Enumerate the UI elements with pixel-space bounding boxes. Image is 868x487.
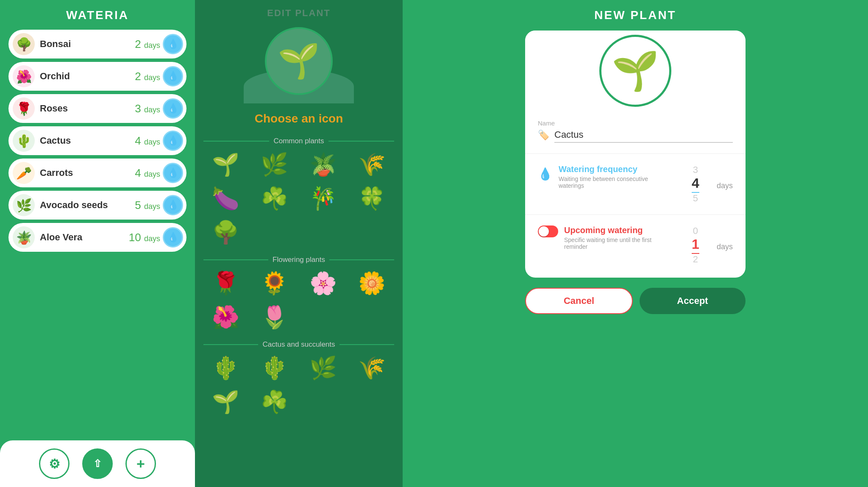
cactus-icon-2[interactable]: 🌵: [252, 353, 297, 383]
name-section: Name 🏷️: [525, 115, 746, 147]
new-plant-icon[interactable]: 🌱: [599, 35, 671, 107]
action-buttons: Cancel Accept: [525, 288, 746, 314]
plant-icon-9[interactable]: 🌳: [203, 217, 248, 247]
water-button-orchid[interactable]: 💧: [163, 66, 183, 86]
water-button-cactus[interactable]: 💧: [163, 131, 183, 151]
new-plant-title: NEW PLANT: [594, 8, 676, 22]
plant-days-carrots: 4 days: [135, 167, 160, 180]
water-button-aloe[interactable]: 💧: [163, 227, 183, 248]
toggle-knob: [539, 226, 549, 237]
divider-2: [525, 214, 746, 215]
plant-icon-avocado: 🌿: [13, 194, 35, 216]
plant-icon-6[interactable]: ☘️: [252, 184, 297, 213]
plant-icon-5[interactable]: 🍆: [203, 184, 248, 213]
plant-days-bonsai: 2 days: [135, 38, 160, 51]
divider-1: [525, 153, 746, 154]
plant-days-cactus: 4 days: [135, 134, 160, 147]
cactus-icon-5[interactable]: 🌱: [203, 387, 248, 417]
flower-icon-5[interactable]: 🌺: [203, 302, 248, 332]
plant-name-roses: Roses: [40, 103, 135, 114]
name-input[interactable]: [554, 128, 733, 143]
watering-frequency-section: 💧 Watering frequency Waiting time betwee…: [525, 160, 746, 208]
flower-icon-1[interactable]: 🌹: [203, 268, 248, 298]
water-button-avocado[interactable]: 💧: [163, 195, 183, 215]
upcoming-title: Upcoming watering: [564, 225, 673, 235]
plant-icon-3[interactable]: 🪴: [301, 150, 345, 179]
plant-days-aloe: 10 days: [129, 231, 160, 244]
water-button-roses[interactable]: 💧: [163, 98, 183, 119]
upcoming-text: Upcoming watering Specific waiting time …: [564, 225, 673, 250]
upcoming-picker-row: 0 1 2 days: [679, 225, 733, 265]
edit-plant-icon: 🌱: [265, 27, 333, 95]
plant-preview-area: 🌱: [195, 23, 403, 108]
flower-icon-4[interactable]: 🌼: [350, 268, 394, 298]
cactus-icon-6[interactable]: ☘️: [252, 387, 297, 417]
cactus-plants-label: Cactus and succulents: [262, 340, 335, 349]
name-label: Name: [538, 120, 733, 127]
plant-days-avocado: 5 days: [135, 199, 160, 212]
water-drop-icon: 💧: [538, 167, 553, 181]
flower-icon-3[interactable]: 🌸: [301, 268, 345, 298]
flower-icon-2[interactable]: 🌻: [252, 268, 297, 298]
cactus-icon-3[interactable]: 🌿: [301, 353, 345, 383]
flowering-plants-grid: 🌹 🌻 🌸 🌼 🌺 🌷: [203, 268, 394, 332]
upcoming-below: 2: [693, 254, 698, 265]
freq-picker-row: 3 4 5 days: [679, 164, 733, 204]
freq-below: 5: [693, 193, 698, 204]
plant-icon-aloe: 🪴: [13, 226, 35, 248]
plant-item-carrots: 🥕 Carrots 4 days 💧: [8, 159, 186, 187]
water-button-carrots[interactable]: 💧: [163, 163, 183, 183]
upcoming-picker: 0 1 2: [679, 225, 712, 265]
upcoming-above: 0: [693, 225, 698, 237]
accept-button[interactable]: Accept: [640, 288, 746, 314]
wateria-title: WATERIA: [66, 8, 129, 22]
scroll-up-button[interactable]: ⇧: [82, 448, 113, 479]
plant-icon-7[interactable]: 🎋: [301, 184, 345, 213]
water-button-bonsai[interactable]: 💧: [163, 34, 183, 54]
plant-name-aloe: Aloe Vera: [40, 232, 129, 243]
watering-freq-picker: 3 4 5: [679, 164, 712, 204]
plant-item-bonsai: 🌳 Bonsai 2 days 💧: [8, 30, 186, 58]
settings-button[interactable]: ⚙: [39, 448, 70, 479]
cactus-icon-1[interactable]: 🌵: [203, 353, 248, 383]
plant-days-orchid: 2 days: [135, 70, 160, 83]
plant-icon-orchid: 🌺: [13, 65, 35, 87]
plant-item-roses: 🌹 Roses 3 days 💧: [8, 94, 186, 123]
freq-above: 3: [693, 164, 698, 175]
plant-item-avocado: 🌿 Avocado seeds 5 days 💧: [8, 191, 186, 220]
choose-icon-title: Choose an icon: [255, 112, 343, 125]
upcoming-days-unit: days: [717, 242, 733, 251]
cactus-icon-4[interactable]: 🌾: [350, 353, 394, 383]
plant-icon-roses: 🌹: [13, 97, 35, 120]
upcoming-current[interactable]: 1: [692, 237, 699, 254]
freq-text: Watering frequency Waiting time between …: [559, 164, 673, 189]
common-plants-label: Common plants: [273, 137, 324, 145]
upcoming-toggle[interactable]: [538, 225, 558, 237]
plant-name-cactus: Cactus: [40, 135, 135, 146]
plant-icon-cactus: 🌵: [13, 130, 35, 152]
plant-list: 🌳 Bonsai 2 days 💧 🌺 Orchid 2 days 💧 🌹 Ro…: [8, 30, 186, 252]
cancel-button[interactable]: Cancel: [525, 288, 633, 314]
plant-icon-carrots: 🥕: [13, 162, 35, 184]
new-plant-card: 🌱 Name 🏷️ 💧 Watering frequency Waiting t…: [525, 31, 746, 278]
edit-plant-panel: EDIT PLANT 🌱 Choose an icon Common plant…: [195, 0, 403, 487]
plant-icon-8[interactable]: 🍀: [350, 184, 394, 213]
plant-icon-2[interactable]: 🌿: [252, 150, 297, 179]
cactus-plants-grid: 🌵 🌵 🌿 🌾 🌱 ☘️: [203, 353, 394, 417]
upcoming-watering-section: Upcoming watering Specific waiting time …: [525, 221, 746, 269]
freq-desc: Waiting time between consecutive waterin…: [559, 175, 673, 189]
new-plant-panel: NEW PLANT 🌱 Name 🏷️ 💧 Watering frequency…: [403, 0, 868, 487]
plant-icon-1[interactable]: 🌱: [203, 150, 248, 179]
flowering-plants-label: Flowering plants: [273, 256, 325, 264]
plant-icon-4[interactable]: 🌾: [350, 150, 394, 179]
freq-current[interactable]: 4: [692, 175, 699, 193]
plant-name-orchid: Orchid: [40, 71, 135, 82]
plant-days-roses: 3 days: [135, 102, 160, 115]
common-plants-grid: 🌱 🌿 🪴 🌾 🍆 ☘️ 🎋 🍀 🌳: [203, 150, 394, 247]
add-plant-button[interactable]: +: [125, 448, 156, 479]
plant-name-bonsai: Bonsai: [40, 39, 135, 50]
icon-section-cactus: Cactus and succulents 🌵 🌵 🌿 🌾 🌱 ☘️: [195, 335, 403, 420]
flower-icon-6[interactable]: 🌷: [252, 302, 297, 332]
freq-days-unit: days: [717, 181, 733, 190]
freq-title: Watering frequency: [559, 164, 673, 174]
